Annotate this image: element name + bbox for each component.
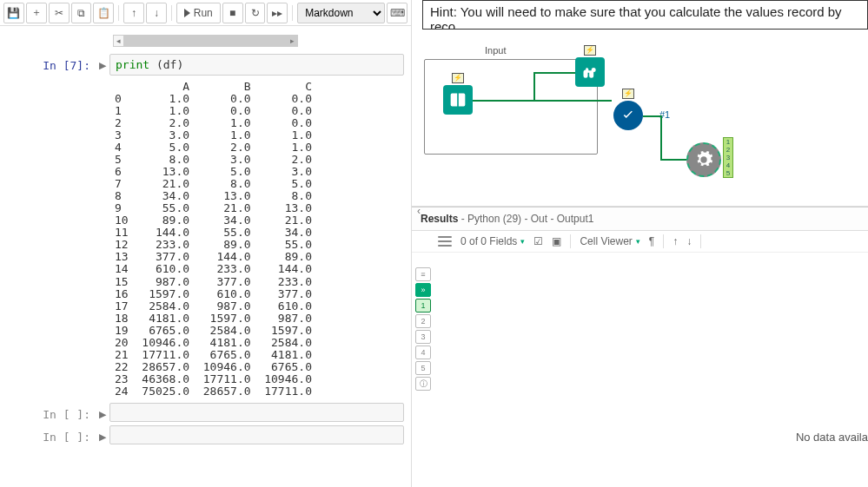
side-tab-info[interactable]: ⓘ [415, 377, 431, 391]
lightning-icon: ⚡ [584, 45, 596, 56]
code-cell: In [7]: ▶ print (df) A B C 0 1.0 0.0 0.0… [0, 52, 411, 401]
run-cell-icon[interactable]: ▶ [96, 425, 109, 444]
side-tab-5[interactable]: 5 [415, 361, 431, 375]
code-rest: (df) [149, 58, 183, 71]
run-button[interactable]: Run [176, 3, 221, 23]
scroll-left-icon[interactable]: ◂ [114, 36, 124, 46]
canvas-label: Input [485, 45, 506, 56]
cell-type-select[interactable]: Markdown [297, 3, 385, 23]
save-button[interactable]: 💾 [3, 3, 24, 23]
stop-button[interactable]: ■ [222, 3, 243, 23]
chevron-down-icon: ▾ [636, 237, 640, 246]
separator [118, 5, 119, 21]
notebook-toolbar: 💾 ＋ ✂ ⧉ 📋 ↑ ↓ Run ■ ↻ ▸▸ Markdown ⌨ [0, 0, 411, 26]
restart-button[interactable]: ↻ [245, 3, 266, 23]
check-icon [620, 108, 636, 123]
fields-count: 0 of 0 Fields [461, 235, 517, 247]
fields-dropdown[interactable]: 0 of 0 Fields ▾ [461, 235, 525, 247]
run-cell-icon[interactable]: ▶ [96, 54, 109, 399]
results-toolbar: 0 of 0 Fields ▾ ☑ ▣ Cell Viewer ▾ ¶ ↑ ↓ [412, 231, 868, 253]
results-subtitle: - Python (29) - Out - Output1 [458, 213, 593, 225]
code-input[interactable]: print (df) [109, 54, 404, 76]
fields-dropdown[interactable] [438, 235, 452, 247]
copy-cell-button[interactable]: ⧉ [71, 3, 92, 23]
run-all-button[interactable]: ▸▸ [267, 3, 288, 23]
code-input[interactable] [109, 403, 404, 422]
find-tool-node[interactable]: ⚡ [575, 57, 605, 87]
workflow-canvas[interactable]: Input ⚡ ⚡ ⚡ #1 1 2 3 4 5 [412, 33, 868, 207]
lightning-icon: ⚡ [452, 73, 464, 83]
cell-viewer-label: Cell Viewer [580, 235, 632, 247]
no-data-text: No data availa [796, 431, 868, 444]
list-icon [438, 235, 452, 247]
separator [171, 5, 172, 21]
separator [292, 5, 293, 21]
binoculars-icon [581, 63, 599, 81]
chevron-down-icon: ▾ [520, 237, 525, 246]
connection [643, 115, 660, 117]
play-icon [184, 9, 190, 17]
move-down-button[interactable]: ↓ [146, 3, 167, 23]
gear-icon [694, 150, 713, 169]
run-cell-icon[interactable]: ▶ [96, 403, 109, 422]
notebook-body[interactable]: ◂ ▸ In [7]: ▶ print (df) A B C 0 1.0 0.0… [0, 26, 411, 487]
results-header: Results - Python (29) - Out - Output1 [412, 207, 868, 231]
hint-text: Hint: You will need to make sure that yo… [422, 0, 868, 30]
cell-prompt: In [7]: [0, 54, 96, 399]
separator [700, 234, 701, 248]
checkbox-toggle[interactable]: ☑ [533, 235, 543, 247]
connection [660, 115, 662, 159]
scroll-right-icon[interactable]: ▸ [287, 36, 297, 46]
workflow-panel: Hint: You will need to make sure that yo… [412, 0, 868, 487]
book-icon [449, 91, 467, 109]
cell-prompt: In [ ]: [0, 403, 96, 422]
results-title: Results [421, 213, 458, 225]
add-cell-button[interactable]: ＋ [26, 3, 47, 23]
side-tab-expand[interactable]: » [415, 283, 431, 297]
move-down-button[interactable]: ↓ [686, 235, 692, 247]
connection [533, 72, 535, 100]
scroll-thumb[interactable] [124, 36, 298, 46]
results-side-tabs: ≡ » 1 2 3 4 5 ⓘ [412, 267, 431, 391]
expand-toggle[interactable]: ▣ [552, 235, 561, 247]
separator [663, 234, 664, 248]
side-tab-2[interactable]: 2 [415, 314, 431, 328]
anchor-badge: 1 2 3 4 5 [723, 137, 733, 178]
filter-tool-node[interactable]: ⚡ [613, 101, 643, 130]
cut-cell-button[interactable]: ✂ [49, 3, 70, 23]
cell-output: A B C 0 1.0 0.0 0.0 1 1.0 0.0 0.0 2 2.0 … [109, 76, 404, 399]
horizontal-scrollbar[interactable]: ◂ ▸ [113, 35, 298, 47]
code-cell-empty: In [ ]: ▶ [0, 401, 411, 424]
paste-cell-button[interactable]: 📋 [93, 3, 114, 23]
cell-prompt: In [ ]: [0, 425, 96, 444]
connection [473, 100, 612, 102]
keyboard-button[interactable]: ⌨ [387, 3, 407, 23]
paragraph-toggle[interactable]: ¶ [649, 235, 654, 247]
code-input[interactable] [109, 425, 404, 444]
connection [660, 159, 686, 161]
code-keyword: print [116, 58, 149, 71]
move-up-button[interactable]: ↑ [673, 235, 678, 247]
python-tool-node[interactable] [686, 142, 721, 177]
side-tab-4[interactable]: 4 [415, 346, 431, 359]
notebook-panel: 💾 ＋ ✂ ⧉ 📋 ↑ ↓ Run ■ ↻ ▸▸ Markdown ⌨ ◂ [0, 0, 412, 487]
lightning-icon: ⚡ [622, 89, 634, 99]
separator [570, 234, 571, 248]
side-tab-3[interactable]: 3 [415, 330, 431, 344]
input-tool-node[interactable]: ⚡ [443, 85, 473, 115]
collapse-icon[interactable]: ‹ [412, 203, 426, 219]
side-tab-1[interactable]: 1 [415, 299, 431, 313]
move-up-button[interactable]: ↑ [123, 3, 144, 23]
side-tab-menu[interactable]: ≡ [415, 267, 431, 281]
connection [533, 72, 575, 74]
run-label: Run [194, 7, 213, 19]
code-cell-empty: In [ ]: ▶ [0, 424, 411, 446]
cell-viewer-dropdown[interactable]: Cell Viewer ▾ [580, 235, 639, 247]
